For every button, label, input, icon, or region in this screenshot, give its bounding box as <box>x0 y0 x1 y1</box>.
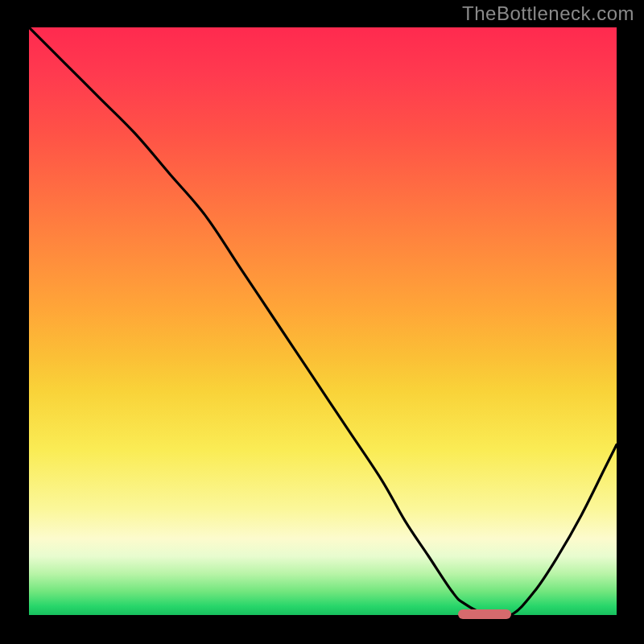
plot-area <box>29 27 617 615</box>
bottleneck-curve-path <box>29 27 617 615</box>
bottleneck-curve-svg <box>29 27 617 615</box>
watermark-text: TheBottleneck.com <box>462 2 634 25</box>
optimal-marker <box>458 609 511 619</box>
